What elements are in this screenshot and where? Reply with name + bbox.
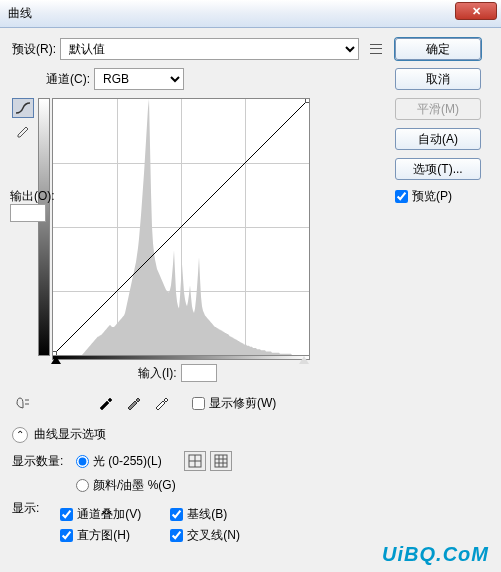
preview-checkbox[interactable] (395, 190, 408, 203)
eyedropper-icon (153, 395, 169, 411)
show-clipping-checkbox[interactable] (192, 397, 205, 410)
display-options-toggle[interactable]: ⌃ (12, 427, 28, 443)
amount-label: 显示数量: (12, 453, 72, 470)
hand-icon (13, 394, 33, 412)
grid-large-icon (214, 454, 228, 468)
ok-button[interactable]: 确定 (395, 38, 481, 60)
white-eyedropper[interactable] (150, 392, 172, 414)
watermark: UiBQ.CoM (382, 543, 489, 566)
eyedropper-icon (125, 395, 141, 411)
black-point-slider[interactable] (51, 356, 61, 364)
white-point-slider[interactable] (299, 356, 309, 364)
pigment-radio-label: 颜料/油墨 %(G) (93, 477, 176, 494)
curve-canvas[interactable] (52, 98, 310, 356)
output-value[interactable] (10, 204, 46, 222)
channel-label: 通道(C): (46, 71, 90, 88)
smooth-button: 平滑(M) (395, 98, 481, 120)
curve-line (53, 99, 309, 355)
curve-icon (15, 101, 31, 115)
show-label: 显示: (12, 500, 56, 548)
grid-size-small[interactable] (184, 451, 206, 471)
cancel-button[interactable]: 取消 (395, 68, 481, 90)
close-button[interactable]: ✕ (455, 2, 497, 20)
preview-check[interactable]: 预览(P) (395, 188, 491, 205)
grid-small-icon (188, 454, 202, 468)
black-eyedropper[interactable] (94, 392, 116, 414)
output-gradient (38, 98, 50, 356)
preset-label: 预设(R): (12, 41, 56, 58)
crosshair-check[interactable]: 交叉线(N) (170, 527, 280, 544)
options-button[interactable]: 选项(T)... (395, 158, 481, 180)
preview-label: 预览(P) (412, 188, 452, 205)
grid-size-large[interactable] (210, 451, 232, 471)
eyedropper-icon (97, 395, 113, 411)
input-value[interactable] (181, 364, 217, 382)
channel-overlay-check[interactable]: 通道叠加(V) (60, 506, 170, 523)
on-image-adjust-tool[interactable] (12, 392, 34, 414)
channel-select[interactable]: RGB (94, 68, 184, 90)
output-label: 输出(O): (10, 188, 55, 205)
curve-handle-white[interactable] (305, 98, 310, 103)
auto-button[interactable]: 自动(A) (395, 128, 481, 150)
light-radio[interactable] (76, 455, 89, 468)
curve-point-tool[interactable] (12, 98, 34, 118)
display-options-title: 曲线显示选项 (34, 426, 106, 443)
svg-rect-4 (215, 455, 227, 467)
show-clipping-label: 显示修剪(W) (209, 395, 276, 412)
pigment-radio[interactable] (76, 479, 89, 492)
svg-line-0 (53, 99, 309, 355)
histogram-check[interactable]: 直方图(H) (60, 527, 170, 544)
light-radio-option[interactable]: 光 (0-255)(L) (76, 453, 162, 470)
light-radio-label: 光 (0-255)(L) (93, 453, 162, 470)
curve-pencil-tool[interactable] (12, 120, 34, 140)
baseline-check[interactable]: 基线(B) (170, 506, 280, 523)
preset-select[interactable]: 默认值 (60, 38, 359, 60)
gray-eyedropper[interactable] (122, 392, 144, 414)
pencil-icon (15, 122, 31, 138)
input-label: 输入(I): (138, 365, 177, 382)
show-clipping-check[interactable]: 显示修剪(W) (192, 395, 276, 412)
dialog-title: 曲线 (8, 5, 32, 22)
preset-menu-icon[interactable] (367, 40, 385, 58)
pigment-radio-option[interactable]: 颜料/油墨 %(G) (76, 477, 176, 494)
